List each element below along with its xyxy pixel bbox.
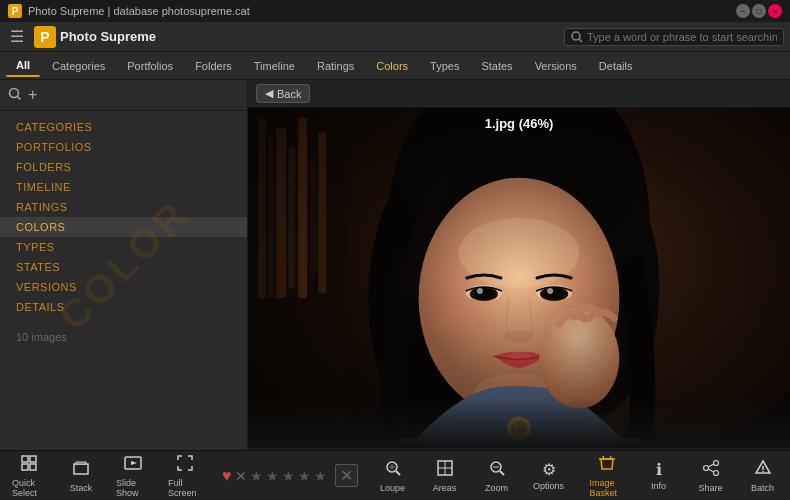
options-icon: ⚙ bbox=[542, 460, 556, 479]
tab-states[interactable]: States bbox=[471, 56, 522, 76]
logo-icon: P bbox=[34, 26, 56, 48]
tab-colors[interactable]: Colors bbox=[366, 56, 418, 76]
titlebar: P Photo Supreme | database photosupreme.… bbox=[0, 0, 790, 22]
sidebar-item-ratings[interactable]: RATINGS bbox=[0, 197, 247, 217]
svg-point-66 bbox=[713, 460, 718, 465]
options-label: Options bbox=[533, 481, 564, 491]
tab-details[interactable]: Details bbox=[589, 56, 643, 76]
stack-button[interactable]: Stack bbox=[56, 455, 106, 497]
sidebar-item-folders[interactable]: FOLDERS bbox=[0, 157, 247, 177]
sidebar-item-colors[interactable]: COLORS bbox=[0, 217, 247, 237]
tab-timeline[interactable]: Timeline bbox=[244, 56, 305, 76]
svg-point-73 bbox=[762, 470, 764, 472]
star-4[interactable]: ★ bbox=[298, 468, 311, 484]
stack-label: Stack bbox=[70, 483, 93, 493]
zoom-icon bbox=[488, 459, 506, 481]
loupe-label: Loupe bbox=[380, 483, 405, 493]
sidebar-item-timeline[interactable]: TIMELINE bbox=[0, 177, 247, 197]
svg-line-60 bbox=[500, 471, 504, 475]
image-count: 10 images bbox=[0, 323, 247, 351]
portrait-photo bbox=[248, 108, 790, 448]
close-button[interactable]: × bbox=[768, 4, 782, 18]
info-label: Info bbox=[651, 481, 666, 491]
sidebar-item-details[interactable]: DETAILS bbox=[0, 297, 247, 317]
app-logo: P Photo Supreme bbox=[34, 26, 156, 48]
photo-title: 1.jpg (46%) bbox=[485, 116, 554, 131]
sidebar-item-categories[interactable]: CATEGORIES bbox=[0, 117, 247, 137]
star-1[interactable]: ★ bbox=[250, 468, 263, 484]
stack-icon bbox=[72, 459, 90, 481]
loupe-button[interactable]: Loupe bbox=[368, 455, 418, 497]
svg-marker-62 bbox=[601, 459, 613, 469]
fullscreen-icon bbox=[176, 454, 194, 476]
batch-button[interactable]: Batch bbox=[738, 455, 788, 497]
image-basket-button[interactable]: Image Basket bbox=[582, 450, 632, 501]
tab-types[interactable]: Types bbox=[420, 56, 469, 76]
slideshow-button[interactable]: Slide Show bbox=[108, 450, 158, 501]
batch-label: Batch bbox=[751, 483, 774, 493]
rating-group: ♥ ✕ ★ ★ ★ ★ ★ bbox=[218, 467, 331, 485]
sidebar: + CoLOR CATEGORIES PORTFOLIOS FOLDERS TI… bbox=[0, 80, 248, 450]
back-label: Back bbox=[277, 88, 301, 100]
svg-line-5 bbox=[579, 39, 582, 42]
tab-all[interactable]: All bbox=[6, 55, 40, 77]
share-button[interactable]: Share bbox=[686, 455, 736, 497]
star-2[interactable]: ★ bbox=[266, 468, 279, 484]
tab-portfolios[interactable]: Portfolios bbox=[117, 56, 183, 76]
app-name: Photo Supreme bbox=[60, 29, 156, 44]
sidebar-search-icon[interactable] bbox=[8, 87, 22, 104]
svg-rect-46 bbox=[22, 464, 28, 470]
image-basket-icon bbox=[598, 454, 616, 476]
minimize-button[interactable]: − bbox=[736, 4, 750, 18]
tab-folders[interactable]: Folders bbox=[185, 56, 242, 76]
zoom-label: Zoom bbox=[485, 483, 508, 493]
info-icon: ℹ bbox=[656, 460, 662, 479]
quick-select-icon bbox=[20, 454, 38, 476]
main-toolbar: ☰ P Photo Supreme bbox=[0, 22, 790, 52]
options-button[interactable]: ⚙ Options bbox=[524, 456, 574, 495]
info-button[interactable]: ℹ Info bbox=[634, 456, 684, 495]
svg-line-65 bbox=[610, 456, 611, 459]
sidebar-item-portfolios[interactable]: PORTFOLIOS bbox=[0, 137, 247, 157]
delete-icon[interactable]: ✕ bbox=[335, 464, 358, 487]
areas-button[interactable]: Areas bbox=[420, 455, 470, 497]
x-icon[interactable]: ✕ bbox=[235, 468, 247, 484]
sidebar-item-versions[interactable]: VERSIONS bbox=[0, 277, 247, 297]
heart-icon[interactable]: ♥ bbox=[222, 467, 232, 485]
svg-rect-45 bbox=[30, 456, 36, 462]
quick-select-label: Quick Select bbox=[12, 478, 46, 498]
sidebar-item-states[interactable]: STATES bbox=[0, 257, 247, 277]
svg-marker-51 bbox=[131, 461, 137, 465]
search-bar[interactable] bbox=[564, 28, 784, 46]
tab-versions[interactable]: Versions bbox=[525, 56, 587, 76]
search-input[interactable] bbox=[587, 31, 777, 43]
svg-line-70 bbox=[708, 469, 714, 472]
zoom-button[interactable]: Zoom bbox=[472, 455, 522, 497]
fullscreen-button[interactable]: Full Screen bbox=[160, 450, 210, 501]
preview-panel: ◀ Back 1.jpg (46%) bbox=[248, 80, 790, 450]
sidebar-items: CATEGORIES PORTFOLIOS FOLDERS TIMELINE R… bbox=[0, 111, 247, 323]
quick-select-button[interactable]: Quick Select bbox=[4, 450, 54, 501]
tab-categories[interactable]: Categories bbox=[42, 56, 115, 76]
sidebar-add-icon[interactable]: + bbox=[28, 86, 37, 104]
menu-icon[interactable]: ☰ bbox=[6, 23, 28, 50]
image-basket-label: Image Basket bbox=[590, 478, 624, 498]
star-3[interactable]: ★ bbox=[282, 468, 295, 484]
svg-text:P: P bbox=[12, 6, 19, 17]
svg-point-4 bbox=[572, 32, 580, 40]
sidebar-header: + bbox=[0, 80, 247, 111]
star-5[interactable]: ★ bbox=[314, 468, 327, 484]
svg-rect-49 bbox=[76, 462, 86, 464]
maximize-button[interactable]: □ bbox=[752, 4, 766, 18]
tab-ratings[interactable]: Ratings bbox=[307, 56, 364, 76]
main-content: + CoLOR CATEGORIES PORTFOLIOS FOLDERS TI… bbox=[0, 80, 790, 450]
svg-rect-47 bbox=[30, 464, 36, 470]
sidebar-item-types[interactable]: TYPES bbox=[0, 237, 247, 257]
svg-line-64 bbox=[603, 456, 604, 459]
app-icon: P bbox=[8, 4, 22, 18]
svg-line-7 bbox=[18, 96, 21, 99]
svg-rect-43 bbox=[248, 108, 790, 448]
share-icon bbox=[702, 459, 720, 481]
bottom-toolbar: Quick Select Stack Slide Show bbox=[0, 450, 790, 500]
back-button[interactable]: ◀ Back bbox=[256, 84, 310, 103]
